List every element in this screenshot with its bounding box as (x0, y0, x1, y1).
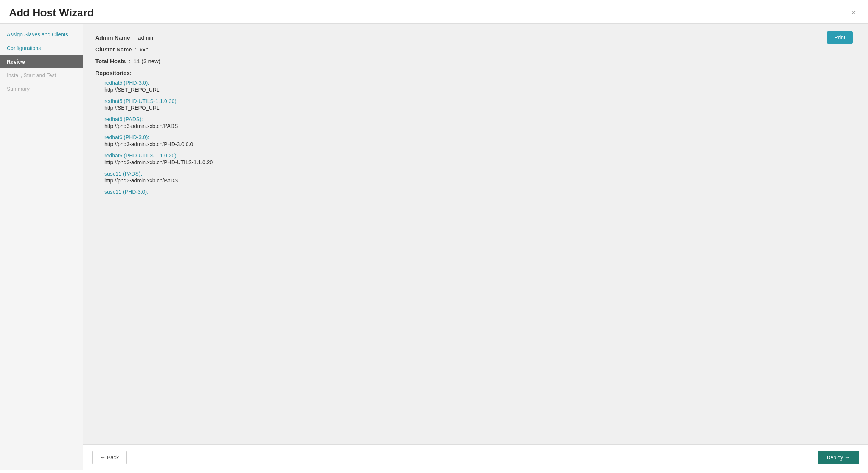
sidebar: Assign Slaves and Clients Configurations… (0, 24, 83, 470)
close-button[interactable]: × (848, 7, 859, 19)
list-item: redhat6 (PHD-UTILS-1.1.0.20): http://phd… (104, 152, 856, 165)
repo-link-7[interactable]: suse11 (PHD-3.0): (104, 189, 856, 195)
cluster-name-row: Cluster Name : xxb (95, 46, 856, 53)
sidebar-item-install-start-test: Install, Start and Test (0, 68, 83, 82)
repo-url-3: http://phd3-admin.xxb.cn/PADS (104, 123, 856, 129)
repo-link-1[interactable]: redhat5 (PHD-3.0): (104, 80, 856, 86)
add-host-wizard-dialog: Add Host Wizard × Assign Slaves and Clie… (0, 0, 868, 473)
list-item: suse11 (PADS): http://phd3-admin.xxb.cn/… (104, 171, 856, 184)
repo-link-2[interactable]: redhat5 (PHD-UTILS-1.1.0.20): (104, 98, 856, 104)
total-hosts-value: 11 (3 new) (134, 58, 160, 64)
list-item: redhat6 (PADS): http://phd3-admin.xxb.cn… (104, 116, 856, 129)
total-hosts-row: Total Hosts : 11 (3 new) (95, 58, 856, 64)
dialog-title: Add Host Wizard (9, 7, 94, 19)
content-area: Print Admin Name : admin Cluster Name : … (83, 24, 868, 444)
repo-link-6[interactable]: suse11 (PADS): (104, 171, 856, 177)
repo-link-4[interactable]: redhat6 (PHD-3.0): (104, 134, 856, 140)
deploy-button[interactable]: Deploy → (818, 451, 859, 464)
total-hosts-label: Total Hosts (95, 58, 126, 64)
list-item: suse11 (PHD-3.0): (104, 189, 856, 195)
total-hosts-separator: : (129, 58, 132, 64)
sidebar-item-review[interactable]: Review (0, 55, 83, 68)
repo-url-2: http://SET_REPO_URL (104, 105, 856, 111)
admin-name-label: Admin Name (95, 34, 130, 41)
list-item: redhat5 (PHD-UTILS-1.1.0.20): http://SET… (104, 98, 856, 111)
admin-name-value: admin (138, 34, 153, 41)
sidebar-item-summary: Summary (0, 82, 83, 96)
sidebar-item-assign-slaves[interactable]: Assign Slaves and Clients (0, 28, 83, 41)
admin-name-row: Admin Name : admin (95, 34, 856, 41)
cluster-name-value: xxb (140, 46, 148, 53)
admin-name-separator: : (133, 34, 136, 41)
print-button[interactable]: Print (827, 31, 853, 44)
repositories-label: Repositories: (95, 70, 856, 76)
repo-url-4: http://phd3-admin.xxb.cn/PHD-3.0.0.0 (104, 141, 856, 147)
cluster-name-separator: : (135, 46, 138, 53)
footer-bar: ← Back Deploy → (83, 444, 868, 470)
repositories-section: Repositories: redhat5 (PHD-3.0): http://… (95, 70, 856, 195)
repo-url-5: http://phd3-admin.xxb.cn/PHD-UTILS-1.1.0… (104, 159, 856, 165)
dialog-body: Assign Slaves and Clients Configurations… (0, 24, 868, 470)
list-item: redhat5 (PHD-3.0): http://SET_REPO_URL (104, 80, 856, 93)
repo-url-6: http://phd3-admin.xxb.cn/PADS (104, 177, 856, 184)
repo-url-1: http://SET_REPO_URL (104, 87, 856, 93)
repo-link-5[interactable]: redhat6 (PHD-UTILS-1.1.0.20): (104, 152, 856, 159)
main-content: Print Admin Name : admin Cluster Name : … (83, 24, 868, 470)
dialog-header: Add Host Wizard × (0, 0, 868, 24)
cluster-name-label: Cluster Name (95, 46, 132, 53)
list-item: redhat6 (PHD-3.0): http://phd3-admin.xxb… (104, 134, 856, 147)
sidebar-item-configurations[interactable]: Configurations (0, 41, 83, 55)
back-button[interactable]: ← Back (92, 451, 127, 464)
repo-link-3[interactable]: redhat6 (PADS): (104, 116, 856, 122)
info-section: Admin Name : admin Cluster Name : xxb To… (95, 34, 856, 195)
